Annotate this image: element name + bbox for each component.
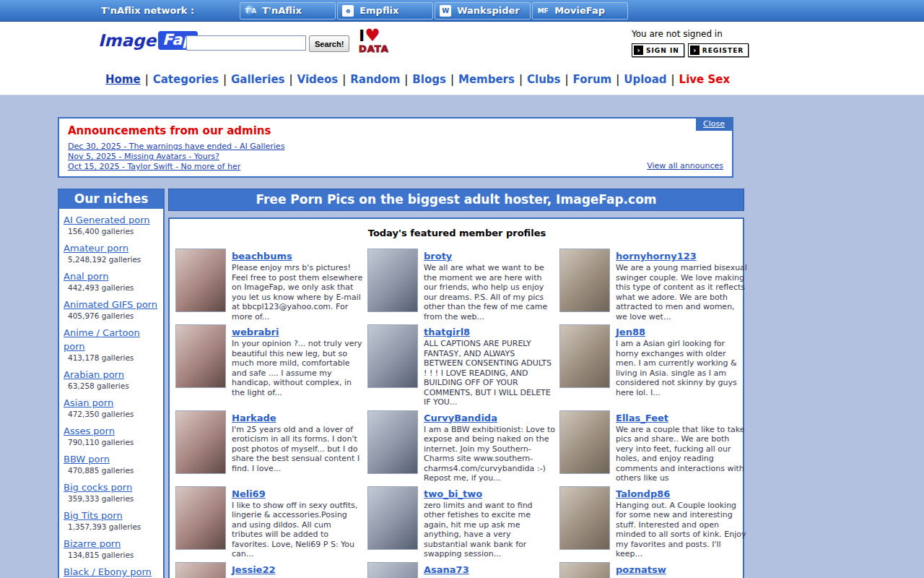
niche-item: Arabian porn 63,258 galleries <box>59 363 163 392</box>
profile-name-link[interactable]: Neli69 <box>232 488 266 499</box>
profile-description: zero limits and want to find other fetis… <box>424 501 555 559</box>
profile-thumbnail[interactable] <box>367 486 418 550</box>
nav-link-members[interactable]: Members <box>458 73 515 86</box>
profile-thumbnail[interactable] <box>175 562 226 578</box>
network-site-icon: W <box>440 5 451 17</box>
nav-link-live-sex[interactable]: Live Sex <box>679 73 731 86</box>
niche-link[interactable]: Bizarre porn <box>64 538 121 549</box>
network-site-button[interactable]: W Wankspider <box>435 2 531 20</box>
announcement-link[interactable]: Oct 15, 2025 - Taylor Swift - No more of… <box>68 162 240 172</box>
niche-link[interactable]: Anal porn <box>64 271 108 282</box>
nav-link-random[interactable]: Random <box>350 73 400 86</box>
niche-link[interactable]: Amateur porn <box>64 243 128 254</box>
close-button[interactable]: Close <box>696 118 732 131</box>
announcement-link[interactable]: Dec 30, 2025 - The warnings have ended -… <box>68 142 284 152</box>
profile-thumbnail[interactable] <box>175 249 226 312</box>
profiles-grid: beachbums Please enjoy mrs b's pictures!… <box>175 249 738 578</box>
profile-name-link[interactable]: beachbums <box>232 251 292 262</box>
profile-thumbnail[interactable] <box>559 324 610 388</box>
member-profile: hornyhorny123 We are a young married bis… <box>559 249 747 322</box>
profile-thumbnail[interactable] <box>367 410 418 474</box>
profile-thumbnail[interactable] <box>175 324 226 388</box>
announcement-link[interactable]: Nov 5, 2025 - Missing Avatars - Yours? <box>68 152 219 162</box>
niche-gallery-count: 1,357,393 galleries <box>64 522 159 531</box>
niche-link[interactable]: Animated GIFS porn <box>64 299 157 310</box>
niche-link[interactable]: Black / Ebony porn <box>64 566 152 577</box>
profile-name-link[interactable]: thatgirl8 <box>424 327 470 337</box>
profile-thumbnail[interactable] <box>175 486 226 550</box>
niche-link[interactable]: Arabian porn <box>64 369 124 380</box>
niche-link[interactable]: AI Generated porn <box>64 215 150 225</box>
profile-name-link[interactable]: poznatsw <box>616 564 666 575</box>
arrow-icon: › <box>690 46 699 55</box>
niche-link[interactable]: Big Tits porn <box>64 510 123 521</box>
niche-item: Big cocks porn 359,333 galleries <box>59 476 163 504</box>
network-site-button[interactable]: MF MovieFap <box>532 2 628 20</box>
profile-thumbnail[interactable] <box>559 249 610 312</box>
niche-gallery-count: 442,493 galleries <box>64 283 159 292</box>
profile-thumbnail[interactable] <box>367 249 418 312</box>
profile-thumbnail[interactable] <box>367 324 418 388</box>
niche-gallery-count: 470,885 galleries <box>64 466 159 475</box>
profile-name-link[interactable]: Talondp86 <box>616 488 670 499</box>
network-site-button[interactable]: e Empflix <box>337 2 433 20</box>
profile-thumbnail[interactable] <box>559 486 610 550</box>
profile-thumbnail[interactable] <box>559 562 610 578</box>
profile-name-link[interactable]: webrabri <box>232 327 279 337</box>
niche-link[interactable]: BBW porn <box>64 454 110 465</box>
nav-link-clubs[interactable]: Clubs <box>527 73 561 86</box>
search-button[interactable]: Search! <box>309 35 349 52</box>
profile-thumbnail[interactable] <box>367 562 418 578</box>
profile-thumbnail[interactable] <box>175 410 226 474</box>
nav-link-home[interactable]: Home <box>105 73 141 86</box>
profile-name-link[interactable]: Jen88 <box>616 327 645 337</box>
niche-item: Anal porn 442,493 galleries <box>59 265 163 293</box>
nav-link-videos[interactable]: Videos <box>297 73 339 86</box>
profile-thumbnail[interactable] <box>559 410 610 474</box>
nav-link-forum[interactable]: Forum <box>573 73 612 86</box>
niches-sidebar: Our niches AI Generated porn 156,400 gal… <box>58 189 165 578</box>
heart-icon: ♥ <box>365 25 380 46</box>
i-love-data-logo[interactable]: I♥ DATA <box>359 27 392 54</box>
search-input[interactable] <box>186 35 306 51</box>
profile-name-link[interactable]: broty <box>424 251 452 262</box>
niche-gallery-count: 63,258 galleries <box>64 381 159 390</box>
niche-link[interactable]: Asses porn <box>64 426 115 436</box>
register-button[interactable]: › REGISTER <box>688 43 749 57</box>
sign-in-button[interactable]: › SIGN IN <box>632 43 684 57</box>
nav-separator: | <box>141 73 153 86</box>
featured-profiles-box: Today's featured member profiles beachbu… <box>168 217 744 578</box>
member-profile: webrabri In your opinion ?... not truly … <box>175 324 363 407</box>
niche-link[interactable]: Big cocks porn <box>64 482 132 493</box>
niche-link[interactable]: Anime / Cartoon porn <box>64 327 140 352</box>
niche-item: Black / Ebony porn 254,325 galleries <box>59 561 163 578</box>
imagefap-logo[interactable]: Image Fap <box>98 31 198 50</box>
member-profile: Talondp86 Hanging out. A Couple looking … <box>559 486 747 559</box>
profile-name-link[interactable]: Ellas_Feet <box>616 413 668 423</box>
member-profile: Asana73 i am tall (5' 11" (180cm) ) horn… <box>367 562 555 578</box>
niches-title: Our niches <box>59 190 163 209</box>
main-banner: Free Porn Pics on the biggest adult host… <box>168 189 744 211</box>
view-all-announces-link[interactable]: View all announces <box>647 161 723 171</box>
announcements-title: Announcements from our admins <box>68 124 723 137</box>
profile-name-link[interactable]: Asana73 <box>424 564 469 575</box>
profile-name-link[interactable]: Harkade <box>232 413 276 423</box>
account-area: You are not signed in › SIGN IN › REGIST… <box>632 29 751 57</box>
profile-name-link[interactable]: CurvyBandida <box>424 413 497 423</box>
niche-link[interactable]: Asian porn <box>64 397 113 408</box>
profile-name-link[interactable]: two_bi_two <box>424 488 482 499</box>
nav-link-categories[interactable]: Categories <box>153 73 219 86</box>
profile-description: I'm 25 years old and a lover of eroticis… <box>232 425 363 474</box>
niche-item: Amateur porn 5,248,192 galleries <box>59 237 163 265</box>
network-site-icon: T'A <box>245 5 256 17</box>
nav-link-upload[interactable]: Upload <box>624 73 666 86</box>
network-site-button[interactable]: T'A T'nAflix <box>240 2 336 20</box>
profile-name-link[interactable]: hornyhorny123 <box>616 251 697 262</box>
profile-description: ALL CAPTIONS ARE PURELY FANTASY, AND ALW… <box>424 339 555 407</box>
profile-name-link[interactable]: Jessie22 <box>232 564 276 575</box>
niche-item: Bizarre porn 134,815 galleries <box>59 532 163 561</box>
member-profile: two_bi_two zero limits and want to find … <box>367 486 555 559</box>
nav-link-galleries[interactable]: Galleries <box>231 73 285 86</box>
nav-link-blogs[interactable]: Blogs <box>412 73 446 86</box>
profile-description: We all are what we want to be the moment… <box>424 263 555 322</box>
